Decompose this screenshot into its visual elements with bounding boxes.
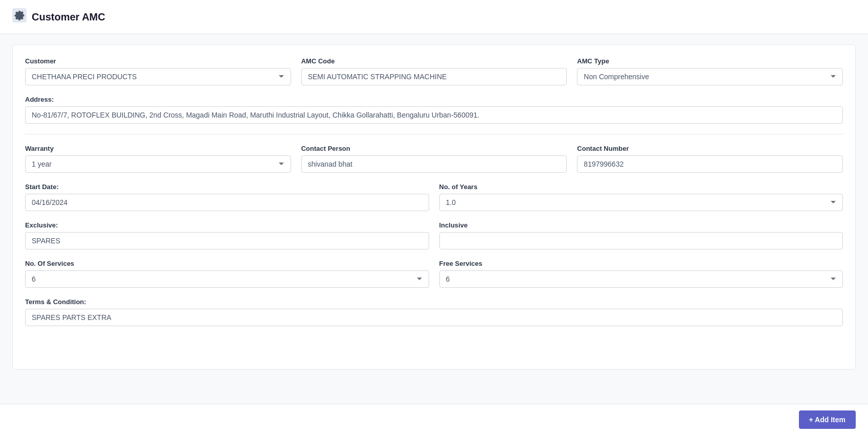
warranty-label: Warranty	[25, 145, 291, 152]
exclusive-group: Exclusive:	[25, 221, 429, 249]
no-of-years-group: No. of Years 1.02.03.0	[439, 183, 843, 211]
exclusive-input[interactable]	[25, 232, 429, 249]
warranty-group: Warranty 1 year2 year3 year	[25, 145, 291, 173]
free-services-group: Free Services 1234567891012	[439, 260, 843, 288]
contact-number-group: Contact Number	[577, 145, 843, 173]
address-input[interactable]	[25, 106, 843, 124]
divider	[25, 134, 843, 134]
row-dates: Start Date: No. of Years 1.02.03.0	[25, 183, 843, 211]
page-header: Customer AMC	[0, 0, 868, 34]
start-date-input[interactable]	[25, 194, 429, 211]
customer-group: Customer CHETHANA PRECI PRODUCTS	[25, 57, 291, 85]
amc-code-group: AMC Code	[301, 57, 567, 85]
address-label: Address:	[25, 96, 843, 103]
no-of-services-select[interactable]: 1234567891012	[25, 270, 429, 288]
amc-type-select[interactable]: Non ComprehensiveComprehensive	[577, 68, 843, 85]
contact-person-input[interactable]	[301, 155, 567, 173]
form-container: Customer CHETHANA PRECI PRODUCTS AMC Cod…	[12, 44, 856, 370]
contact-person-label: Contact Person	[301, 145, 567, 152]
no-of-years-select[interactable]: 1.02.03.0	[439, 194, 843, 211]
amc-type-group: AMC Type Non ComprehensiveComprehensive	[577, 57, 843, 85]
terms-input[interactable]	[25, 309, 843, 326]
no-of-services-label: No. Of Services	[25, 260, 429, 267]
customer-label: Customer	[25, 57, 291, 65]
amc-type-label: AMC Type	[577, 57, 843, 65]
amc-code-input[interactable]	[301, 68, 567, 85]
inclusive-input[interactable]	[439, 232, 843, 249]
terms-group: Terms & Condition:	[25, 298, 843, 326]
start-date-group: Start Date:	[25, 183, 429, 211]
row-exclusive-inclusive: Exclusive: Inclusive	[25, 221, 843, 249]
no-of-years-label: No. of Years	[439, 183, 843, 191]
gear-icon	[12, 8, 27, 22]
inclusive-group: Inclusive	[439, 221, 843, 249]
free-services-select[interactable]: 1234567891012	[439, 270, 843, 288]
warranty-select[interactable]: 1 year2 year3 year	[25, 155, 291, 173]
contact-person-group: Contact Person	[301, 145, 567, 173]
row-customer-amc: Customer CHETHANA PRECI PRODUCTS AMC Cod…	[25, 57, 843, 85]
row-warranty-contact: Warranty 1 year2 year3 year Contact Pers…	[25, 145, 843, 173]
customer-select[interactable]: CHETHANA PRECI PRODUCTS	[25, 68, 291, 85]
amc-code-label: AMC Code	[301, 57, 567, 65]
page-title: Customer AMC	[32, 11, 105, 23]
inclusive-label: Inclusive	[439, 221, 843, 229]
exclusive-label: Exclusive:	[25, 221, 429, 229]
free-services-label: Free Services	[439, 260, 843, 267]
no-of-services-group: No. Of Services 1234567891012	[25, 260, 429, 288]
page-icon	[12, 8, 27, 26]
address-row: Address:	[25, 96, 843, 124]
row-services: No. Of Services 1234567891012 Free Servi…	[25, 260, 843, 288]
start-date-label: Start Date:	[25, 183, 429, 191]
contact-number-input[interactable]	[577, 155, 843, 173]
contact-number-label: Contact Number	[577, 145, 843, 152]
terms-label: Terms & Condition:	[25, 298, 843, 306]
